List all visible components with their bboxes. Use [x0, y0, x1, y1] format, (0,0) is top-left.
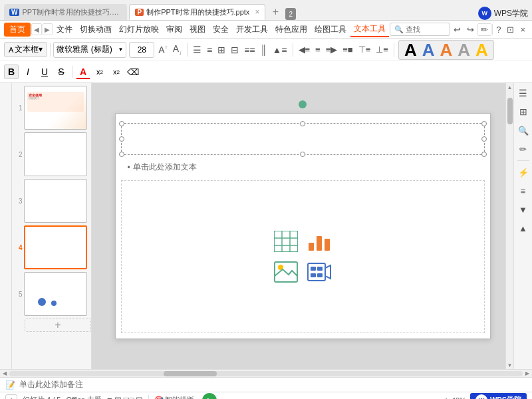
zoom-out-btn[interactable]: - — [396, 395, 398, 399]
nav-forward-btn[interactable]: ▶ — [43, 23, 53, 35]
align-center-btn[interactable]: ≡ — [314, 45, 322, 55]
menu-item-devtools[interactable]: 开发工具 — [233, 23, 271, 37]
handle-br[interactable] — [481, 152, 487, 157]
text-style-orange[interactable]: A — [440, 41, 452, 59]
insert-image-icon[interactable] — [273, 260, 299, 284]
canvas-vscrollbar[interactable]: ▲ ▼ — [505, 83, 513, 369]
align-left-btn[interactable]: ◀≡ — [297, 45, 312, 55]
menu-item-review[interactable]: 审阅 — [163, 23, 186, 37]
view-icon3[interactable]: □□ — [124, 395, 134, 399]
eraser-btn[interactable]: ⌫ — [126, 65, 140, 79]
toolbar-icon6[interactable]: × — [517, 24, 528, 35]
slide-thumb-2[interactable] — [24, 132, 87, 176]
italic-btn[interactable]: I — [21, 65, 35, 79]
slide-thumb-4[interactable] — [24, 225, 87, 269]
align-justify-btn[interactable]: ≡■ — [341, 45, 354, 55]
hscroll-left-btn[interactable]: ◀ — [3, 370, 7, 376]
toolbar-icon2[interactable]: ↪ — [464, 24, 477, 35]
hscroll-right-btn[interactable]: ▶ — [525, 370, 529, 376]
toolbar-icon3[interactable]: ✏ — [477, 23, 491, 36]
bullet-list-btn[interactable]: ☰ — [192, 45, 203, 55]
insert-chart-icon[interactable] — [306, 229, 332, 253]
tab-docx[interactable]: W PPT制作时常用的快捷技巧.docx — [4, 4, 127, 20]
menu-item-file[interactable]: 文件 — [53, 23, 76, 37]
slide-thumb-3[interactable] — [24, 179, 87, 223]
right-panel-icon1[interactable]: ☰ — [516, 86, 531, 100]
menu-item-slideshow[interactable]: 幻灯片放映 — [116, 23, 162, 37]
wps-academy-btn[interactable]: W WPS学院 — [478, 7, 528, 20]
add-slide-panel-btn[interactable]: + — [25, 319, 91, 332]
toolbar-icon5[interactable]: ⊡ — [504, 24, 517, 35]
note-bar[interactable]: 📝 单击此处添加备注 — [0, 377, 532, 392]
bold-btn[interactable]: B — [4, 65, 19, 79]
right-panel-icon6[interactable]: ≡ — [516, 184, 531, 198]
text-style-gold[interactable]: A — [475, 41, 488, 59]
add-tab-btn[interactable]: + — [267, 4, 283, 20]
right-panel-icon5[interactable]: ⚡ — [516, 165, 531, 180]
vscroll-up-btn[interactable]: ▲ — [506, 83, 514, 91]
linespace-btn[interactable]: ▲≡ — [271, 45, 288, 55]
toolbar-icon4[interactable]: ? — [493, 24, 503, 35]
font-size-select[interactable]: 28 — [129, 42, 154, 58]
add-slide-status-btn[interactable]: + — [5, 394, 17, 400]
underline-btn[interactable]: U — [37, 65, 52, 79]
handle-bl[interactable] — [119, 152, 124, 157]
menu-item-view[interactable]: 视图 — [186, 23, 209, 37]
zoom-in-btn[interactable]: + — [444, 395, 449, 399]
outdent-btn[interactable]: ⊟ — [229, 45, 240, 55]
menu-item-texttool[interactable]: 文本工具 — [350, 22, 389, 37]
hscroll-thumb[interactable] — [164, 371, 217, 376]
handle-bm[interactable] — [300, 152, 305, 157]
superscript-btn[interactable]: x2 — [92, 65, 107, 79]
search-input[interactable] — [406, 25, 446, 33]
strikethrough-btn[interactable]: S — [54, 65, 68, 79]
menu-item-special[interactable]: 特色应用 — [272, 23, 311, 37]
smart-sort-btn[interactable]: 🎯 智能排版 — [154, 395, 194, 399]
rotate-handle[interactable] — [299, 100, 307, 108]
home-menu-btn[interactable]: 首页 — [4, 23, 31, 37]
text-style-gray[interactable]: A — [458, 41, 470, 59]
view-icon1[interactable]: ≡ — [107, 395, 112, 399]
valign-top-btn[interactable]: ⊤≡ — [357, 45, 372, 55]
text-selection-box[interactable] — [121, 123, 485, 155]
right-panel-icon8[interactable]: ▲ — [516, 221, 531, 235]
font-shrink-btn[interactable]: A↓ — [172, 43, 183, 56]
tab-pptx[interactable]: P 制作PPT时常用的快捷技巧.pptx × — [129, 4, 265, 20]
menu-item-switch[interactable]: 切换动画 — [76, 23, 115, 37]
handle-tr[interactable] — [481, 121, 487, 126]
numbered-list-btn[interactable]: ≡ — [205, 45, 213, 55]
insert-table-icon[interactable] — [273, 229, 299, 253]
handle-tm[interactable] — [300, 121, 305, 126]
play-slideshow-btn[interactable]: ▶ — [202, 393, 217, 400]
menu-item-drawtool[interactable]: 绘图工具 — [311, 23, 350, 37]
nav-back-btn[interactable]: ◀ — [31, 23, 42, 35]
valign-mid-btn[interactable]: ⊥≡ — [374, 45, 390, 55]
slide-canvas[interactable]: • 单击此处添加文本 — [115, 113, 491, 339]
hscrollbar[interactable]: ◀ ▶ — [0, 369, 532, 377]
spacing-btn[interactable]: ≡≡ — [243, 45, 256, 55]
wps-promo-btn[interactable]: W WPS学院 — [470, 393, 527, 400]
right-panel-icon2[interactable]: ⊞ — [516, 104, 531, 119]
content-area[interactable] — [121, 180, 485, 333]
slide-thumb-1[interactable]: 安全使用 快捷技巧 — [24, 86, 87, 130]
search-box[interactable]: 🔍 — [390, 23, 450, 36]
handle-mr[interactable] — [481, 136, 487, 142]
subscript-btn[interactable]: x2 — [109, 65, 124, 79]
insert-video-icon[interactable] — [306, 260, 332, 284]
slide-thumb-5[interactable] — [24, 272, 87, 316]
handle-ml[interactable] — [119, 136, 124, 142]
text-style-black[interactable]: A — [404, 41, 417, 59]
indent-btn[interactable]: ⊞ — [216, 45, 227, 55]
right-panel-icon3[interactable]: 🔍 — [516, 123, 531, 138]
vscroll-down-btn[interactable]: ▼ — [506, 361, 514, 369]
toolbar-icon1[interactable]: ↩ — [451, 24, 464, 35]
align-right-btn[interactable]: ≡▶ — [325, 45, 339, 55]
font-family-select[interactable]: 微软雅黑 (标题) ▼ — [53, 42, 126, 58]
add-text-placeholder[interactable]: • 单击此处添加文本 — [128, 162, 197, 173]
vscroll-track[interactable] — [507, 91, 513, 361]
tab2-close[interactable]: × — [255, 7, 259, 17]
handle-tl[interactable] — [119, 121, 124, 126]
add-note-label[interactable]: 单击此处添加备注 — [19, 379, 83, 390]
view-icon4[interactable]: ⊡ — [136, 395, 143, 399]
column-btn[interactable]: ║ — [259, 45, 269, 55]
